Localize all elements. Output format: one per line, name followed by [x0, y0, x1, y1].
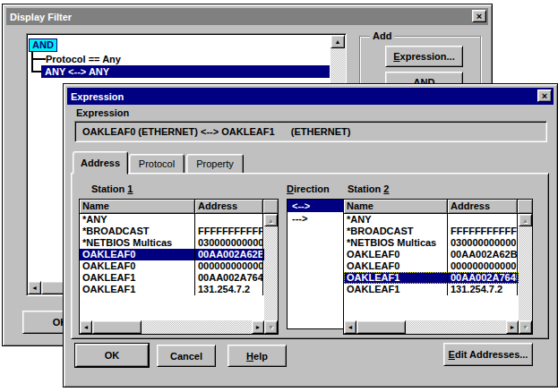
station1-rows: *ANY *BROADCASTFFFFFFFFFFFF *NETBIOS Mul… [80, 214, 264, 320]
direction-list[interactable]: <--> ---> [287, 199, 344, 329]
scrollbar-track[interactable] [519, 226, 532, 320]
scrollbar-track[interactable] [264, 226, 278, 320]
scroll-left-icon: ◄ [83, 324, 90, 330]
direction-option-selected[interactable]: <--> [288, 200, 343, 212]
tree-connector-line [31, 51, 33, 72]
add-group-label: Add [370, 30, 394, 42]
station2-row[interactable]: OAKLEAF1131.254.7.2 [344, 284, 519, 295]
station1-row[interactable]: OAKLEAF1131.254.7.2 [80, 284, 264, 295]
station2-vertical-scrollbar[interactable]: ▲ [519, 214, 532, 320]
tab-property[interactable]: Property [186, 154, 244, 174]
expression-value: OAKLEAF0 (ETHERNET) <--> OAKLEAF1 (ETHER… [82, 126, 350, 137]
station2-list[interactable]: Name Address *ANY *BROADCASTFFFFFFFFFFFF… [343, 199, 533, 335]
station1-header: Name Address [80, 200, 278, 214]
tab-address[interactable]: Address [73, 151, 128, 175]
scroll-left-button[interactable]: ◄ [344, 320, 356, 334]
station1-label: Station 1 [91, 183, 133, 194]
scroll-up-button[interactable]: ▲ [519, 214, 532, 226]
station2-spare-column-header [518, 200, 532, 213]
expression-dialog: Expression × Expression OAKLEAF0 (ETHERN… [63, 83, 558, 388]
station2-row[interactable]: *BROADCASTFFFFFFFFFFFF [344, 226, 519, 237]
edit-addresses-button-label: Edit Addresses... [449, 349, 528, 360]
cancel-button[interactable]: Cancel [157, 345, 216, 367]
scroll-left-icon: ◄ [348, 324, 354, 330]
display-filter-titlebar[interactable]: Display Filter × [6, 8, 488, 25]
station1-row[interactable]: OAKLEAF100AA002A7645 [80, 272, 264, 284]
scroll-down-icon: ▼ [268, 324, 274, 330]
expression-group-label: Expression [76, 107, 129, 118]
scrollbar-track[interactable] [406, 320, 506, 334]
station2-row[interactable]: *NETBIOS Multicas030000000000 [344, 237, 519, 249]
scroll-up-button[interactable]: ▲ [264, 214, 278, 226]
station2-row[interactable]: *ANY [344, 214, 519, 226]
station1-address-column-header[interactable]: Address [195, 200, 263, 213]
scroll-right-icon: ► [510, 324, 516, 330]
close-icon: × [476, 11, 482, 21]
tree-node-any-selected[interactable]: ANY <--> ANY [41, 65, 330, 78]
scrollbar-thumb[interactable] [356, 320, 406, 334]
station1-list[interactable]: Name Address *ANY *BROADCASTFFFFFFFFFFFF… [79, 199, 279, 335]
tree-node-and[interactable]: AND [29, 38, 57, 52]
station1-vertical-scrollbar[interactable]: ▲ [264, 214, 278, 320]
expression-titlebar[interactable]: Expression × [67, 88, 554, 105]
scroll-down-icon: ▼ [522, 324, 528, 330]
station1-row-selected[interactable]: OAKLEAF000AA002A62B8 [80, 249, 264, 260]
scroll-right-button[interactable]: ► [252, 320, 264, 334]
ok-button-label: OK [105, 350, 120, 361]
scroll-left-button[interactable]: ◄ [80, 320, 92, 334]
station2-rows: *ANY *BROADCASTFFFFFFFFFFFF *NETBIOS Mul… [344, 214, 519, 320]
station1-row[interactable]: *BROADCASTFFFFFFFFFFFF [80, 226, 264, 237]
scroll-right-button[interactable]: ► [506, 320, 519, 334]
address-tab-page: Station 1 Direction Station 2 Name Addre… [71, 173, 549, 339]
display-filter-title: Display Filter [10, 12, 72, 22]
scroll-right-icon: ► [255, 324, 262, 330]
cancel-button-label: Cancel [170, 351, 202, 362]
scrollbar-thumb[interactable] [92, 320, 142, 334]
scroll-up-icon: ▲ [268, 217, 274, 224]
close-icon: × [542, 90, 547, 101]
station2-row-selected[interactable]: OAKLEAF100AA002A7645 [344, 272, 519, 284]
tree-node-protocol[interactable]: Protocol == Any [46, 54, 121, 65]
station2-horizontal-scrollbar[interactable]: ◄ ► [344, 320, 519, 334]
scroll-up-icon: ▲ [335, 38, 341, 45]
station1-row[interactable]: *ANY [80, 214, 264, 226]
help-button-label: Help [246, 351, 268, 362]
display-filter-close-button[interactable]: × [472, 10, 486, 22]
edit-addresses-button[interactable]: Edit Addresses... [443, 343, 533, 366]
expression-value-field: OAKLEAF0 (ETHERNET) <--> OAKLEAF1 (ETHER… [74, 121, 547, 142]
tree-connector-line [31, 58, 46, 60]
scrollbar-track[interactable] [142, 320, 252, 334]
direction-label: Direction [287, 183, 330, 194]
station2-row[interactable]: OAKLEAF0000000000000 [344, 260, 519, 272]
station2-address-column-header[interactable]: Address [448, 200, 518, 213]
scroll-up-button[interactable]: ▲ [331, 35, 345, 48]
expression-button-label: Expression... [393, 51, 454, 62]
direction-option[interactable]: ---> [288, 212, 343, 225]
station1-horizontal-scrollbar[interactable]: ◄ ► [80, 320, 264, 334]
scroll-up-icon: ▲ [522, 217, 528, 224]
station1-name-column-header[interactable]: Name [80, 200, 195, 213]
scroll-down-button[interactable]: ▼ [264, 320, 278, 334]
station2-header: Name Address [344, 200, 532, 214]
expression-button[interactable]: Expression... [385, 46, 463, 67]
scroll-down-button[interactable]: ▼ [519, 320, 532, 334]
station1-spare-column-header [263, 200, 278, 213]
ok-button[interactable]: OK [74, 343, 150, 368]
station2-row[interactable]: OAKLEAF000AA002A62B8 [344, 249, 519, 260]
expression-close-button[interactable]: × [537, 89, 552, 102]
tab-protocol[interactable]: Protocol [129, 154, 185, 174]
station2-name-column-header[interactable]: Name [344, 200, 448, 213]
station1-row[interactable]: *NETBIOS Multicas030000000000 [80, 237, 264, 249]
station1-row[interactable]: OAKLEAF0000000000000 [80, 260, 264, 272]
help-button[interactable]: Help [227, 345, 287, 367]
scroll-left-icon: ◄ [31, 285, 38, 291]
station2-label: Station 2 [348, 183, 389, 194]
expression-title: Expression [71, 91, 124, 102]
scroll-left-button[interactable]: ◄ [28, 281, 41, 294]
